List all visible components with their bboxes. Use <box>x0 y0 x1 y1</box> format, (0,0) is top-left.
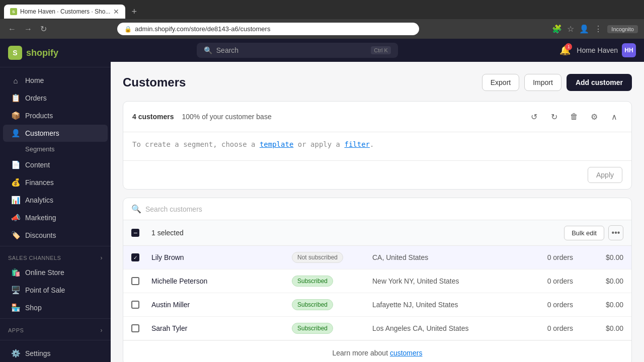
sidebar-item-content[interactable]: 📄 Content <box>3 156 108 173</box>
customer-table: 🔍 − 1 selected Bulk edit ••• <box>123 198 632 362</box>
row-checkbox-col-lily: ✓ <box>131 253 151 261</box>
search-bar[interactable]: 🔍 Search Ctrl K <box>197 43 398 58</box>
sidebar-item-point-of-sale[interactable]: 🖥️ Point of Sale <box>3 282 108 299</box>
new-tab-btn[interactable]: + <box>127 4 141 19</box>
sidebar-item-settings[interactable]: ⚙️ Settings <box>3 345 108 362</box>
sidebar-item-products-label: Products <box>25 112 53 120</box>
notifications-btn[interactable]: 🔔 1 <box>559 45 571 56</box>
sidebar-item-home[interactable]: ⌂ Home <box>3 72 108 89</box>
search-shortcut: Ctrl K <box>371 46 391 54</box>
segment-delete-btn[interactable]: 🗑 <box>566 109 582 125</box>
bookmark-icon[interactable]: ☆ <box>567 24 574 34</box>
customer-name-lily: Lily Brown <box>151 253 292 261</box>
row-checkbox-austin[interactable] <box>131 301 139 309</box>
hint-prefix: To create a segment, choose a <box>132 140 260 148</box>
add-customer-button[interactable]: Add customer <box>567 74 632 91</box>
customers-learn-link[interactable]: customers <box>390 349 423 357</box>
segment-actions: ↺ ↻ 🗑 ⚙ ∧ <box>526 109 622 125</box>
orders-icon: 📋 <box>11 94 20 103</box>
import-button[interactable]: Import <box>524 74 561 91</box>
customer-name-austin: Austin Miller <box>151 301 292 309</box>
table-search-icon: 🔍 <box>131 204 141 214</box>
sales-channels-label: Sales channels <box>8 255 61 261</box>
products-icon: 📦 <box>11 111 20 120</box>
sidebar-item-online-store[interactable]: 🛍️ Online Store <box>3 264 108 281</box>
sidebar-item-settings-label: Settings <box>25 349 51 357</box>
segment-body: To create a segment, choose a template o… <box>123 132 631 160</box>
sales-channels-arrow: › <box>101 254 103 261</box>
sidebar-item-marketing-label: Marketing <box>25 214 56 222</box>
location-michelle: New York NY, United States <box>372 277 513 285</box>
subscription-badge-austin: Subscribed <box>292 299 333 310</box>
app-layout: S shopify ⌂ Home 📋 Orders 📦 Products 👤 C… <box>0 39 644 362</box>
bulk-edit-button[interactable]: Bulk edit <box>564 226 604 240</box>
tab-favicon: S <box>10 8 17 15</box>
browser-toolbar: ← → ↻ 🔒 admin.shopify.com/store/de8143-a… <box>0 19 644 39</box>
sidebar-header: S shopify <box>0 39 111 67</box>
more-browser-btn[interactable]: ⋮ <box>594 24 602 34</box>
sidebar-item-marketing[interactable]: 📣 Marketing <box>3 209 108 226</box>
home-icon: ⌂ <box>11 76 20 85</box>
browser-chrome: S Home Haven · Customers · Sho... ✕ + ← … <box>0 0 644 39</box>
topbar: 🔍 Search Ctrl K 🔔 1 Home Haven HH <box>111 39 644 62</box>
segment-collapse-btn[interactable]: ∧ <box>606 109 622 125</box>
segment-redo-btn[interactable]: ↻ <box>546 109 562 125</box>
back-btn[interactable]: ← <box>6 23 18 36</box>
table-search: 🔍 <box>123 198 631 220</box>
segment-base: 100% of your customer base <box>182 113 271 121</box>
reload-btn[interactable]: ↻ <box>38 22 49 36</box>
selected-count-label: 1 selected <box>151 229 564 237</box>
forward-btn[interactable]: → <box>22 23 34 36</box>
discounts-icon: 🏷️ <box>11 231 20 240</box>
select-all-checkbox[interactable]: − <box>131 229 139 237</box>
main-content: Customers Export Import Add customer 4 c… <box>111 62 644 362</box>
sidebar-item-shop-label: Shop <box>25 304 42 312</box>
analytics-icon: 📊 <box>11 196 20 205</box>
row-checkbox-michelle[interactable] <box>131 277 139 285</box>
segment-header: 4 customers 100% of your customer base ↺… <box>123 102 631 132</box>
search-customers-input[interactable] <box>145 205 623 213</box>
amount-michelle: $0.00 <box>573 277 623 285</box>
sidebar-item-segments[interactable]: Segments <box>3 142 108 156</box>
header-checkbox-col: − <box>131 229 151 237</box>
table-row[interactable]: ✓ Lily Brown Not subscribed CA, United S… <box>123 246 631 269</box>
table-row[interactable]: Sarah Tyler Subscribed Los Angeles CA, U… <box>123 317 631 340</box>
sidebar-item-customers[interactable]: 👤 Customers <box>3 125 108 142</box>
browser-tab-active[interactable]: S Home Haven · Customers · Sho... ✕ <box>4 5 125 19</box>
sidebar-item-finances[interactable]: 💰 Finances <box>3 174 108 191</box>
sidebar-item-analytics[interactable]: 📊 Analytics <box>3 192 108 209</box>
table-selection-header: − 1 selected Bulk edit ••• <box>123 220 631 246</box>
learn-more-prefix: Learn more about <box>333 349 390 357</box>
sidebar-item-shop[interactable]: 🏪 Shop <box>3 299 108 316</box>
row-checkbox-lily[interactable]: ✓ <box>131 253 139 261</box>
row-checkbox-col-michelle <box>131 277 151 285</box>
export-button[interactable]: Export <box>482 74 519 91</box>
shopify-logo[interactable]: S shopify <box>8 46 58 60</box>
table-row[interactable]: Michelle Peterson Subscribed New York NY… <box>123 269 631 293</box>
sidebar: S shopify ⌂ Home 📋 Orders 📦 Products 👤 C… <box>0 39 111 362</box>
profile-icon[interactable]: 👤 <box>579 24 589 34</box>
sidebar-item-discounts[interactable]: 🏷️ Discounts <box>3 227 108 244</box>
sidebar-item-products[interactable]: 📦 Products <box>3 107 108 124</box>
address-bar[interactable]: 🔒 admin.shopify.com/store/de8143-a6/cust… <box>117 23 419 35</box>
segment-filter-btn[interactable]: ⚙ <box>586 109 602 125</box>
row-checkbox-sarah[interactable] <box>131 324 139 332</box>
filter-link[interactable]: filter <box>344 140 370 148</box>
extensions-icon[interactable]: 🧩 <box>552 24 562 34</box>
apply-button[interactable]: Apply <box>588 167 622 183</box>
customer-name-sarah: Sarah Tyler <box>151 324 292 332</box>
more-actions-btn[interactable]: ••• <box>608 225 623 240</box>
template-link[interactable]: template <box>260 140 293 148</box>
finances-icon: 💰 <box>11 178 20 187</box>
subscription-col-austin: Subscribed <box>292 299 372 310</box>
sidebar-item-home-label: Home <box>25 76 44 84</box>
segment-undo-btn[interactable]: ↺ <box>526 109 542 125</box>
tab-close-btn[interactable]: ✕ <box>113 8 119 16</box>
store-menu-btn[interactable]: Home Haven HH <box>577 43 636 57</box>
search-icon: 🔍 <box>204 46 212 54</box>
apps-section: Apps › <box>0 321 111 336</box>
browser-right-icons: 🧩 ☆ 👤 ⋮ Incognito <box>552 24 638 34</box>
online-store-icon: 🛍️ <box>11 268 20 277</box>
table-row[interactable]: Austin Miller Subscribed Lafayette NJ, U… <box>123 293 631 317</box>
sidebar-item-orders[interactable]: 📋 Orders <box>3 89 108 107</box>
